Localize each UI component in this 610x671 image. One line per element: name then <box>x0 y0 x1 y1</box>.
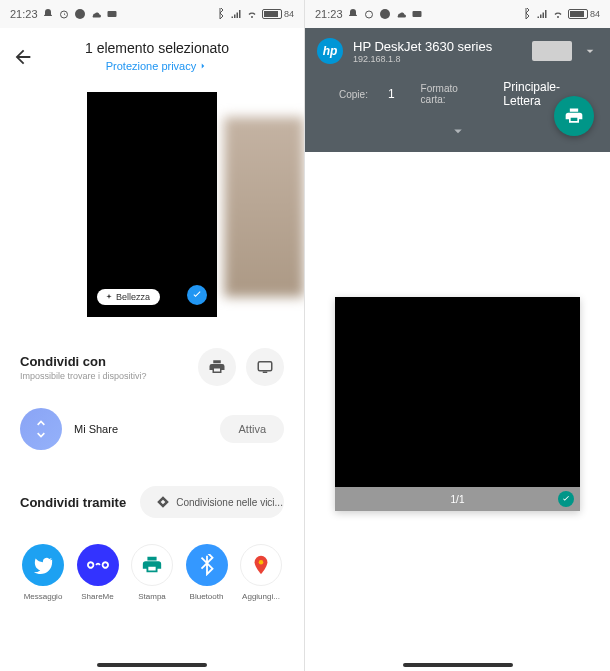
share-with-heading: Condividi con Impossibile trovare i disp… <box>20 354 147 381</box>
app-item-bluetooth[interactable]: Bluetooth <box>180 544 234 601</box>
share-screen: 21:23 84 1 elemento selezionato Protezio… <box>0 0 305 671</box>
beauty-badge[interactable]: Bellezza <box>97 289 160 305</box>
preview-image-primary[interactable]: Bellezza <box>87 92 217 317</box>
share-apps-row: Messaggio ShareMe Stampa Bluetooth Aggiu… <box>0 518 304 601</box>
app-item-maps[interactable]: Aggiungi... <box>234 544 288 601</box>
silence-icon <box>347 8 359 20</box>
nearby-icon <box>156 495 170 509</box>
page-selected-check[interactable] <box>558 491 574 507</box>
check-icon <box>191 289 203 301</box>
svg-point-6 <box>365 11 372 18</box>
hp-logo-icon: hp <box>317 38 343 64</box>
mail-icon <box>106 8 118 20</box>
battery-indicator: 84 <box>568 9 600 19</box>
app-item-twitter[interactable]: Messaggio <box>16 544 70 601</box>
chevron-down-icon <box>449 122 467 140</box>
check-icon <box>561 494 571 504</box>
mail-icon <box>411 8 423 20</box>
cloud-icon <box>395 8 407 20</box>
wifi-icon <box>552 8 564 20</box>
print-page-thumbnail[interactable]: 1/1 <box>335 297 580 511</box>
nav-gesture-bar <box>403 663 513 667</box>
privacy-link[interactable]: Protezione privacy <box>106 60 209 72</box>
maps-pin-icon <box>250 554 272 576</box>
bluetooth-icon <box>214 8 226 20</box>
chevron-right-icon <box>198 61 208 71</box>
silence-icon <box>42 8 54 20</box>
svg-rect-4 <box>263 372 268 374</box>
mishare-icon[interactable] <box>20 408 62 450</box>
printer-name: HP DeskJet 3630 series <box>353 39 522 54</box>
copies-value[interactable]: 1 <box>388 87 395 101</box>
status-time: 21:23 <box>315 8 343 20</box>
alarm-icon <box>363 8 375 20</box>
printer-icon <box>141 554 163 576</box>
bluetooth-icon <box>196 554 218 576</box>
print-fab[interactable] <box>554 96 594 136</box>
wifi-icon <box>246 8 258 20</box>
app-item-shareme[interactable]: ShareMe <box>71 544 125 601</box>
mishare-label: Mi Share <box>74 423 208 435</box>
cast-button[interactable] <box>246 348 284 386</box>
svg-point-1 <box>75 9 85 19</box>
printer-icon <box>564 106 584 126</box>
infinity-icon <box>87 554 109 576</box>
cannot-find-devices-link[interactable]: Impossibile trovare i dispositivi? <box>20 371 147 381</box>
arrows-icon <box>31 419 51 439</box>
whatsapp-icon <box>74 8 86 20</box>
print-button[interactable] <box>198 348 236 386</box>
page-title: 1 elemento selezionato <box>22 40 292 56</box>
cloud-icon <box>90 8 102 20</box>
status-bar: 21:23 84 <box>0 0 304 28</box>
activate-button[interactable]: Attiva <box>220 415 284 443</box>
image-preview-area: Bellezza <box>0 92 304 332</box>
print-screen: 21:23 84 hp HP DeskJet 3630 series 192.1… <box>305 0 610 671</box>
svg-rect-8 <box>412 11 421 17</box>
twitter-icon <box>32 554 54 576</box>
signal-icon <box>230 8 242 20</box>
print-page-image <box>335 297 580 487</box>
bluetooth-icon <box>520 8 532 20</box>
svg-point-7 <box>380 9 390 19</box>
paper-label: Formato carta: <box>421 83 484 105</box>
printer-selector[interactable]: hp HP DeskJet 3630 series 192.168.1.8 <box>305 28 610 74</box>
copies-label: Copie: <box>339 89 368 100</box>
printer-ip: 192.168.1.8 <box>353 54 522 64</box>
nav-gesture-bar <box>97 663 207 667</box>
svg-rect-3 <box>258 362 272 371</box>
share-via-heading: Condividi tramite <box>20 495 126 510</box>
svg-point-5 <box>259 560 264 565</box>
nearby-share-button[interactable]: Condivisione nelle vici... <box>140 486 284 518</box>
printer-icon <box>208 358 226 376</box>
sparkle-icon <box>105 293 113 301</box>
selection-check[interactable] <box>187 285 207 305</box>
whatsapp-icon <box>379 8 391 20</box>
page-indicator-bar: 1/1 <box>335 487 580 511</box>
signal-icon <box>536 8 548 20</box>
battery-indicator: 84 <box>262 9 294 19</box>
print-preview-canvas: 1/1 <box>305 152 610 511</box>
status-time: 21:23 <box>10 8 38 20</box>
app-item-print[interactable]: Stampa <box>125 544 179 601</box>
chevron-down-icon <box>582 43 598 59</box>
svg-rect-2 <box>107 11 116 17</box>
printer-status-chip <box>532 41 572 61</box>
status-bar: 21:23 84 <box>305 0 610 28</box>
preview-image-secondary[interactable] <box>224 117 304 297</box>
alarm-icon <box>58 8 70 20</box>
cast-icon <box>256 358 274 376</box>
